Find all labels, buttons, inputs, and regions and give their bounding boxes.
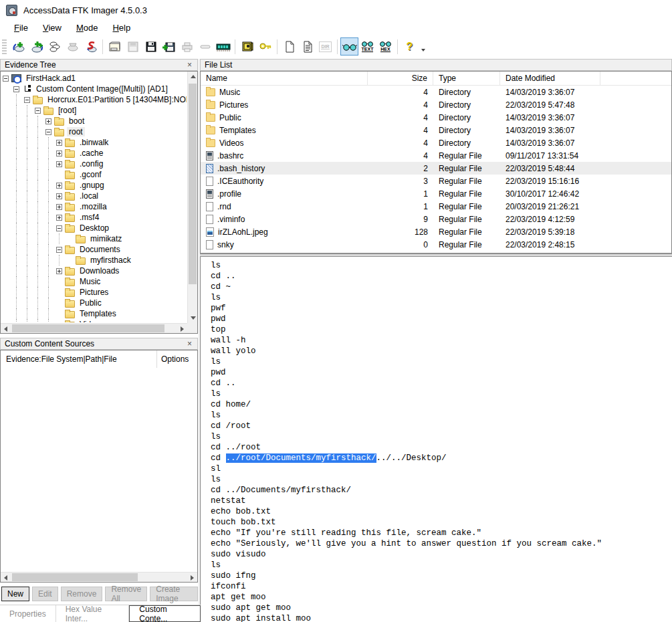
tab-hex-value-inter[interactable]: Hex Value Inter... — [56, 605, 130, 622]
tree-item-videos[interactable]: Videos — [2, 319, 187, 322]
tree-item-pictures[interactable]: Pictures — [2, 287, 187, 298]
scroll-left-button[interactable] — [1, 573, 11, 583]
tree-item-gnupg[interactable]: .gnupg — [2, 180, 187, 191]
collapse-icon[interactable] — [24, 97, 30, 103]
column-header-date-modified[interactable]: Date Modified — [500, 72, 600, 85]
collapse-icon[interactable] — [56, 247, 62, 253]
scroll-right-button[interactable] — [177, 324, 187, 334]
file-row-viminfo[interactable]: .viminfo9Regular File22/03/2019 4:12:59 — [201, 213, 671, 225]
expand-icon[interactable] — [56, 150, 62, 157]
tree-item-public[interactable]: Public — [2, 298, 187, 308]
export-files-button[interactable] — [280, 37, 298, 56]
tree-item-gconf[interactable]: .gconf — [2, 169, 187, 180]
expand-icon[interactable] — [56, 268, 62, 274]
tree-item-templates[interactable]: Templates — [2, 308, 187, 319]
tab-custom-conte[interactable]: Custom Conte... — [129, 605, 201, 622]
new-button[interactable]: New — [1, 587, 29, 601]
file-row-music[interactable]: Music4Directory14/03/2019 3:36:07 — [201, 86, 671, 98]
text-mode-button[interactable]: TEXT — [358, 37, 376, 56]
expand-icon[interactable] — [56, 215, 62, 221]
expand-icon[interactable] — [56, 161, 62, 167]
add-all-attached-devices-button[interactable] — [27, 37, 45, 56]
menu-help[interactable]: Help — [105, 21, 138, 35]
tree-item-horcrux-e01-partition-5-14304mb-nona[interactable]: Horcrux.E01:Partition 5 [14304MB]:NONA — [2, 94, 187, 105]
image-mounting-button[interactable] — [45, 37, 64, 56]
scroll-left-button[interactable] — [1, 324, 11, 334]
tree-item-mimikatz[interactable]: mimikatz — [2, 233, 187, 244]
tree-item-myfirsthack[interactable]: myfirsthack — [2, 255, 187, 266]
menu-mode[interactable]: Mode — [69, 21, 106, 35]
menu-view[interactable]: View — [35, 21, 69, 35]
tree-item-firsthack-ad1[interactable]: FirstHack.ad1 — [2, 73, 187, 84]
close-icon[interactable]: × — [186, 61, 193, 69]
collapse-icon[interactable] — [56, 225, 62, 231]
tab-properties[interactable]: Properties — [0, 605, 56, 622]
create-disk-image-button[interactable] — [106, 37, 124, 56]
scroll-up-button[interactable] — [188, 72, 198, 82]
scroll-down-button[interactable] — [188, 313, 198, 323]
help-button[interactable]: ? — [401, 37, 419, 56]
file-row-public[interactable]: Public4Directory14/03/2019 3:36:07 — [201, 111, 671, 124]
expand-icon[interactable] — [56, 193, 62, 199]
file-row-bashrc[interactable]: .bashrc4Regular File09/11/2017 13:31:54 — [201, 149, 671, 162]
tree-item-documents[interactable]: Documents — [2, 244, 187, 255]
toolbar-options-button[interactable] — [419, 37, 428, 56]
export-disk-image-button[interactable] — [142, 37, 160, 56]
tree-horizontal-scrollbar[interactable] — [1, 323, 187, 333]
tree-item-root[interactable]: [root] — [2, 105, 187, 116]
expand-icon[interactable] — [56, 140, 62, 146]
file-row-iceauthority[interactable]: .ICEauthority3Regular File22/03/2019 15:… — [201, 175, 671, 187]
tree-item-binwalk[interactable]: .binwalk — [2, 137, 187, 148]
add-to-custom-content-image-button[interactable] — [160, 37, 178, 56]
file-row-bash-history[interactable]: .bash_history2Regular File22/03/2019 5:4… — [201, 162, 671, 175]
tree-item-desktop[interactable]: Desktop — [2, 223, 187, 233]
column-header-type[interactable]: Type — [433, 72, 500, 85]
menu-file[interactable]: File — [7, 21, 35, 35]
tree-item-local[interactable]: .local — [2, 191, 187, 201]
toolbar-grip[interactable] — [2, 39, 7, 54]
tree-item-cache[interactable]: .cache — [2, 148, 187, 159]
capture-memory-button[interactable] — [214, 37, 232, 56]
text-viewer[interactable]: lscd ..cd ~lspwfpwdtopwall -hwall yolols… — [200, 257, 672, 622]
file-row-videos[interactable]: Videos4Directory14/03/2019 3:36:07 — [201, 136, 671, 149]
obtain-protected-files-button[interactable] — [238, 37, 256, 56]
tree-item-music[interactable]: Music — [2, 276, 187, 287]
scroll-right-button[interactable] — [187, 573, 197, 583]
tree-item-downloads[interactable]: Downloads — [2, 266, 187, 276]
detect-efs-encryption-button[interactable] — [256, 37, 274, 56]
close-icon[interactable]: × — [186, 340, 193, 348]
file-row-pictures[interactable]: Pictures4Directory22/03/2019 5:47:48 — [201, 98, 671, 111]
add-evidence-item-button[interactable] — [9, 37, 27, 56]
expand-icon[interactable] — [56, 204, 62, 210]
column-header-name[interactable]: Name — [201, 72, 368, 85]
terminal-line: cd ../root/Documents/myfirsthack/../../D… — [211, 453, 672, 463]
tree-item-root[interactable]: root — [2, 126, 187, 137]
file-row-rnd[interactable]: .rnd1Regular File20/03/2019 21:26:21 — [201, 200, 671, 213]
file-row-snky[interactable]: snky0Regular File22/03/2019 2:48:15 — [201, 238, 671, 251]
tree-item-boot[interactable]: boot — [2, 116, 187, 126]
tree-vertical-scrollbar[interactable] — [187, 72, 197, 323]
collapse-icon[interactable] — [35, 108, 41, 114]
file-row-profile[interactable]: .profile1Regular File30/10/2017 12:46:42 — [201, 187, 671, 200]
expand-icon[interactable] — [45, 118, 51, 124]
hex-mode-button[interactable]: HEX — [376, 37, 395, 56]
file-row-templates[interactable]: Templates4Directory14/03/2019 3:36:07 — [201, 124, 671, 136]
tree-item-config[interactable]: .config — [2, 159, 187, 169]
auto-mode-button[interactable] — [340, 37, 358, 56]
column-header-size[interactable]: Size — [368, 72, 433, 85]
scrollbar-thumb[interactable] — [12, 573, 138, 581]
tree-item-custom-content-image-multi-ad1[interactable]: Custom Content Image([Multi]) [AD1] — [2, 84, 187, 94]
tree-item-mozilla[interactable]: .mozilla — [2, 201, 187, 212]
file-row-irzlaohl-jpeg[interactable]: irZLAohL.jpeg128Regular File22/03/2019 5… — [201, 225, 671, 238]
collapse-icon[interactable] — [13, 86, 19, 92]
scrollbar-thumb[interactable] — [189, 84, 197, 284]
remove-all-button: Remove All — [105, 587, 147, 601]
collapse-icon[interactable] — [3, 76, 9, 82]
tree-item-msf4[interactable]: .msf4 — [2, 212, 187, 223]
ccs-horizontal-scrollbar[interactable] — [1, 572, 197, 582]
remove-all-evidence-items-button[interactable] — [82, 37, 100, 56]
collapse-icon[interactable] — [45, 129, 51, 135]
scrollbar-thumb[interactable] — [12, 324, 164, 332]
expand-icon[interactable] — [56, 183, 62, 189]
export-file-hash-list-button[interactable] — [298, 37, 316, 56]
